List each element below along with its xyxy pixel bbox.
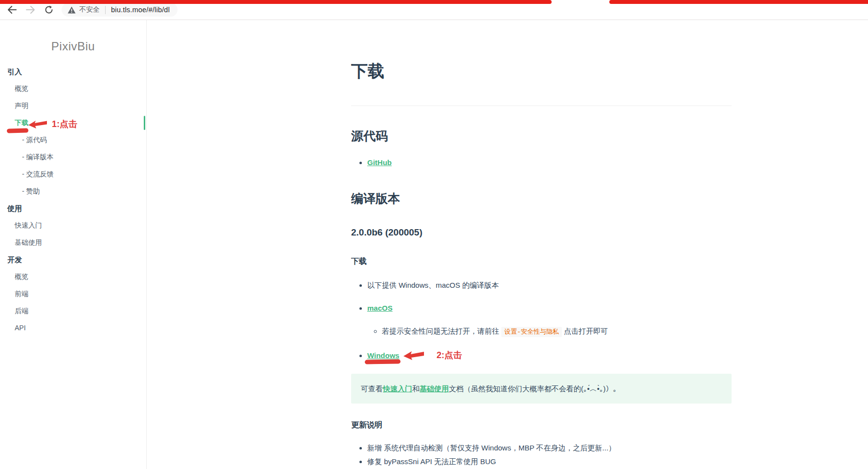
changelog-heading: 更新说明 [351,419,732,431]
sidebar-item-statement[interactable]: 声明 [0,97,146,114]
macos-note-pre: 若提示安全性问题无法打开，请前往 [382,327,501,335]
list-item: 若提示安全性问题无法打开，请前往 设置-安全性与隐私 点击打开即可 [382,325,732,337]
sidebar-item-source-code[interactable]: - 源代码 [0,131,146,149]
url-text[interactable]: biu.tls.moe/#/lib/dl [111,6,170,14]
quickstart-link[interactable]: 快速入门 [383,384,412,393]
forward-arrow-icon [26,6,35,14]
sidebar-item-backend[interactable]: 后端 [0,302,146,320]
changelog-list: 新增 系统代理自动检测（暂仅支持 Windows，MBP 不在身边，之后更新..… [351,442,732,467]
main-content: 下载 源代码 GitHub 编译版本 2.0.0b6 (200005) 下载 以… [147,20,868,469]
sidebar-nav: 引入 概览 声明 下载 - 源代码 - 编译版本 - 交流反馈 - 赞助 使用 … [0,63,146,337]
sidebar: PixivBiu 引入 概览 声明 下载 - 源代码 - 编译版本 - 交流反馈… [0,20,147,469]
sidebar-item-basic-usage[interactable]: 基础使用 [0,234,146,251]
top-red-annotation-right [609,0,868,4]
tip-text-post: 文档（虽然我知道你们大概率都不会看的(｡•́︿•̀｡)）。 [449,384,621,393]
changelog-item-2: 修复 byPassSni API 无法正常使用 BUG [367,457,496,466]
markdown-article: 下载 源代码 GitHub 编译版本 2.0.0b6 (200005) 下载 以… [351,20,732,469]
github-link[interactable]: GitHub [367,158,392,167]
section-title-build: 编译版本 [351,189,732,208]
forward-button[interactable] [23,3,37,17]
back-button[interactable] [5,3,19,17]
download-subheading: 下载 [351,256,732,268]
settings-path-code: 设置-安全性与隐私 [501,327,562,337]
sidebar-item-dev-overview[interactable]: 概览 [0,268,146,285]
changelog-item-1: 新增 系统代理自动检测（暂仅支持 Windows，MBP 不在身边，之后更新..… [367,444,616,452]
basic-usage-link[interactable]: 基础使用 [420,384,449,393]
list-item: macOS 若提示安全性问题无法打开，请前往 设置-安全性与隐私 点击打开即可 [367,302,732,337]
tip-text-pre: 可查看 [361,384,383,393]
download-list: 以下提供 Windows、macOS 的编译版本 macOS 若提示安全性问题无… [351,279,732,363]
annotation-label-step1: 1:点击 [52,118,77,130]
sidebar-section-usage: 使用 [0,200,146,217]
macos-link[interactable]: macOS [367,304,393,312]
tip-text-mid: 和 [412,384,420,393]
annotation-arrow-step2 [403,351,424,360]
sidebar-item-overview[interactable]: 概览 [0,80,146,97]
reload-icon [45,5,53,14]
address-bar[interactable]: 不安全 biu.tls.moe/#/lib/dl [62,3,178,17]
omnibox-separator [105,6,106,14]
list-item: Windows2:点击 [367,349,732,362]
security-label: 不安全 [79,5,100,14]
sidebar-item-quickstart[interactable]: 快速入门 [0,217,146,234]
windows-link[interactable]: Windows [367,351,400,360]
list-item: 新增 系统代理自动检测（暂仅支持 Windows，MBP 不在身边，之后更新..… [367,442,732,453]
source-list: GitHub [351,157,732,168]
warning-triangle-icon [67,6,76,14]
macos-note-list: 若提示安全性问题无法打开，请前往 设置-安全性与隐私 点击打开即可 [367,325,732,337]
security-chip[interactable]: 不安全 [67,5,100,14]
list-item: 修复 byPassSni API 无法正常使用 BUG [367,456,732,467]
reload-button[interactable] [42,3,56,17]
list-item: 以下提供 Windows、macOS 的编译版本 [367,279,732,291]
back-arrow-icon [7,6,17,14]
annotation-underline-step1 [7,128,28,133]
annotation-label-step2: 2:点击 [437,350,462,360]
sidebar-item-build[interactable]: - 编译版本 [0,149,146,166]
version-heading: 2.0.0b6 (200005) [351,225,732,239]
title-divider [351,106,732,106]
page-title: 下载 [351,58,732,84]
list-item: GitHub [367,157,732,168]
macos-note-post: 点击打开即可 [562,327,608,335]
sidebar-item-feedback[interactable]: - 交流反馈 [0,166,146,183]
sidebar-item-frontend[interactable]: 前端 [0,285,146,302]
sidebar-item-sponsor[interactable]: - 赞助 [0,183,146,200]
annotation-arrow-step1 [28,120,47,128]
sidebar-section-intro: 引入 [0,63,146,80]
section-title-source: 源代码 [351,127,732,146]
sidebar-item-api[interactable]: API [0,320,146,337]
active-indicator-bar [144,116,145,130]
app-title[interactable]: PixivBiu [0,40,146,53]
download-intro-text: 以下提供 Windows、macOS 的编译版本 [367,281,499,289]
tip-box: 可查看快速入门和基础使用文档（虽然我知道你们大概率都不会看的(｡•́︿•̀｡)）… [351,374,732,404]
top-red-annotation-left [0,0,552,4]
sidebar-section-dev: 开发 [0,251,146,268]
annotation-underline-step2 [365,360,401,364]
